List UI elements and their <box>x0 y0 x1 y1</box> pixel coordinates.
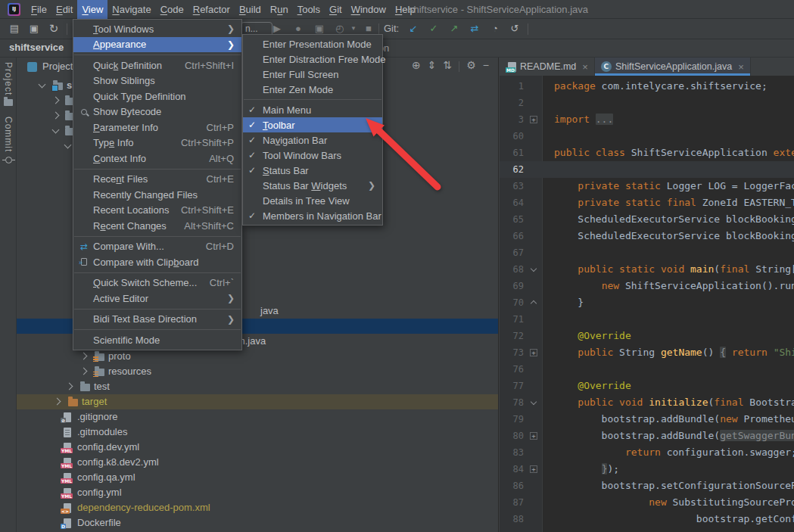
code-line-67[interactable]: 67 <box>500 244 794 261</box>
menu-code[interactable]: Code <box>156 0 188 19</box>
code-line-61[interactable]: 61public class ShiftServiceApplication e… <box>500 145 794 161</box>
code-line-66[interactable]: 66 ScheduledExecutorService blockBooking… <box>500 228 794 244</box>
tree-chevron-icon[interactable] <box>52 112 60 120</box>
code-line-77[interactable]: 77 @Override <box>500 378 794 394</box>
stripe-tab-project[interactable]: Project <box>0 62 17 106</box>
sync-icon[interactable]: ↻ <box>47 21 61 36</box>
appearance-menu-item-enter-distraction-free-mode[interactable]: Enter Distraction Free Mode <box>243 51 382 67</box>
menu-edit[interactable]: Edit <box>51 0 77 19</box>
tree-row-config-yml[interactable]: YMLconfig.yml <box>17 485 498 500</box>
menu-tools[interactable]: Tools <box>293 0 325 19</box>
appearance-menu-item-members-in-navigation-bar[interactable]: ✓Members in Navigation Bar <box>243 208 382 223</box>
line-number[interactable]: 72 <box>500 328 528 344</box>
appearance-menu-item-status-bar-widgets[interactable]: Status Bar Widgets❯ <box>243 178 382 193</box>
tree-chevron-icon[interactable] <box>54 398 61 406</box>
line-number[interactable]: 3 <box>500 111 528 128</box>
history-icon[interactable]: ◔ <box>489 21 501 36</box>
view-menu-item-quick-switch-scheme[interactable]: Quick Switch Scheme...Ctrl+` <box>73 275 241 291</box>
code-line-68[interactable]: 68 public static void main(final String[… <box>500 261 794 278</box>
view-menu-item-quick-type-definition[interactable]: Quick Type Definition <box>73 89 241 104</box>
line-number[interactable]: 67 <box>500 244 528 261</box>
view-menu-item-tool-windows[interactable]: Tool Windows❯ <box>73 21 241 37</box>
code-line-69[interactable]: 69 new ShiftServiceApplication().run(arg… <box>500 278 794 294</box>
tree-row-config-k8-dev2-yml[interactable]: YMLconfig.k8.dev2.yml <box>17 455 498 470</box>
collapse-all-icon[interactable]: ⇅ <box>444 59 453 72</box>
line-number[interactable]: 61 <box>500 145 528 161</box>
code-line-86[interactable]: 86 bootstrap.setConfigurationSourceProvi… <box>500 478 794 494</box>
line-number[interactable]: 83 <box>500 444 528 461</box>
view-menu-item-scientific-mode[interactable]: Scientific Mode <box>73 332 241 348</box>
view-menu-item-quick-definition[interactable]: Quick DefinitionCtrl+Shift+I <box>73 58 241 73</box>
view-menu-item-show-siblings[interactable]: Show Siblings <box>73 73 241 89</box>
menu-build[interactable]: Build <box>235 0 266 19</box>
menu-run[interactable]: Run <box>266 0 293 19</box>
view-menu-item-active-editor[interactable]: Active Editor❯ <box>73 291 241 306</box>
line-number[interactable]: 65 <box>500 211 528 228</box>
code-line-63[interactable]: 63 private static Logger LOG = LoggerFac… <box>500 178 794 194</box>
line-number[interactable]: 79 <box>500 411 528 428</box>
view-menu-item-compare-with[interactable]: ⇄Compare With...Ctrl+D <box>73 239 241 255</box>
menu-window[interactable]: Window <box>347 0 391 19</box>
close-tab-icon[interactable]: × <box>738 61 744 73</box>
view-menu-item-show-bytecode[interactable]: Show Bytecode <box>73 104 241 120</box>
line-number[interactable]: 1 <box>500 78 528 95</box>
save-all-icon[interactable]: ▣ <box>27 21 41 36</box>
code-line-3[interactable]: 3+import ... <box>500 111 794 128</box>
code-line-64[interactable]: 64 private static final ZoneId EASTERN_T… <box>500 194 794 211</box>
line-number[interactable]: 63 <box>500 178 528 194</box>
line-number[interactable]: 64 <box>500 194 528 211</box>
code-line-84[interactable]: 84+ }); <box>500 461 794 478</box>
menu-refactor[interactable]: Refactor <box>188 0 235 19</box>
code-line-80[interactable]: 80+ bootstrap.addBundle(getSwaggerBundle… <box>500 428 794 444</box>
menu-git[interactable]: Git <box>325 0 347 19</box>
line-number[interactable]: 60 <box>500 128 528 145</box>
settings-gear-icon[interactable]: ⚙ <box>466 59 476 72</box>
appearance-menu-item-tool-window-bars[interactable]: ✓Tool Window Bars <box>243 148 382 163</box>
line-number[interactable]: 69 <box>500 278 528 294</box>
menu-navigate[interactable]: Navigate <box>107 0 155 19</box>
tree-row-target[interactable]: target <box>17 394 498 409</box>
update-project-icon[interactable]: ↙ <box>407 21 419 36</box>
line-number[interactable]: 71 <box>500 311 528 328</box>
line-number[interactable]: 68 <box>500 261 528 278</box>
view-menu-item-recent-locations[interactable]: Recent LocationsCtrl+Shift+E <box>73 203 241 219</box>
tree-row-config-dev-yml[interactable]: YMLconfig.dev.yml <box>17 440 498 455</box>
breadcrumb-project[interactable]: shiftservice <box>9 42 64 53</box>
close-tab-icon[interactable]: × <box>582 61 588 73</box>
code-line-2[interactable]: 2 <box>500 95 794 111</box>
code-viewport[interactable]: 1package com.intelycare.shiftservice;23+… <box>500 76 794 532</box>
view-menu-item-recently-changed-files[interactable]: Recently Changed Files <box>73 187 241 203</box>
commit-icon[interactable]: ✓ <box>428 21 440 36</box>
menu-file[interactable]: File <box>26 0 51 19</box>
code-line-78[interactable]: 78 public void initialize(final Bootstra… <box>500 394 794 411</box>
tree-row-gitmodules[interactable]: .gitmodules <box>17 425 498 440</box>
code-line-72[interactable]: 72 @Override <box>500 328 794 344</box>
tree-chevron-icon[interactable] <box>52 97 60 104</box>
tree-chevron-icon[interactable] <box>39 81 46 89</box>
appearance-menu-item-enter-presentation-mode[interactable]: Enter Presentation Mode <box>243 36 382 51</box>
view-menu-item-compare-with-clipboard[interactable]: Compare with Clipboard <box>73 254 241 270</box>
code-line-65[interactable]: 65 ScheduledExecutorService blockBooking… <box>500 211 794 228</box>
stripe-tab-commit[interactable]: Commit <box>0 117 17 163</box>
view-menu-item-context-info[interactable]: Context InfoAlt+Q <box>73 151 241 166</box>
view-menu-item-recent-files[interactable]: Recent FilesCtrl+E <box>73 172 241 188</box>
tree-chevron-icon[interactable] <box>66 383 73 390</box>
code-line-70[interactable]: 70 } <box>500 294 794 311</box>
line-number[interactable]: 86 <box>500 478 528 494</box>
hide-panel-icon[interactable]: − <box>483 59 489 72</box>
push-icon[interactable]: ↗ <box>448 21 460 36</box>
line-number[interactable]: 77 <box>500 378 528 394</box>
tree-row-dependency-reduced-pom-xml[interactable]: <>dependency-reduced-pom.xml <box>17 500 498 515</box>
line-number[interactable]: 76 <box>500 361 528 378</box>
tree-row-dockerfile[interactable]: DDockerfile <box>17 515 498 530</box>
line-number[interactable]: 70 <box>500 294 528 311</box>
appearance-menu-item-toolbar[interactable]: ✓Toolbar <box>243 117 382 132</box>
line-number[interactable]: 87 <box>500 494 528 511</box>
locate-file-icon[interactable]: ⊕ <box>412 59 421 72</box>
editor-tab-readme-md[interactable]: MDREADME.md× <box>502 58 595 76</box>
appearance-menu-item-details-in-tree-view[interactable]: Details in Tree View <box>243 193 382 208</box>
tree-chevron-icon[interactable] <box>80 368 88 375</box>
code-line-87[interactable]: 87 new SubstitutingSourceProvider( <box>500 494 794 511</box>
appearance-menu-item-main-menu[interactable]: ✓Main Menu <box>243 102 382 117</box>
code-line-88[interactable]: 88 bootstrap.getConfigurationSourceProvi… <box>500 511 794 527</box>
